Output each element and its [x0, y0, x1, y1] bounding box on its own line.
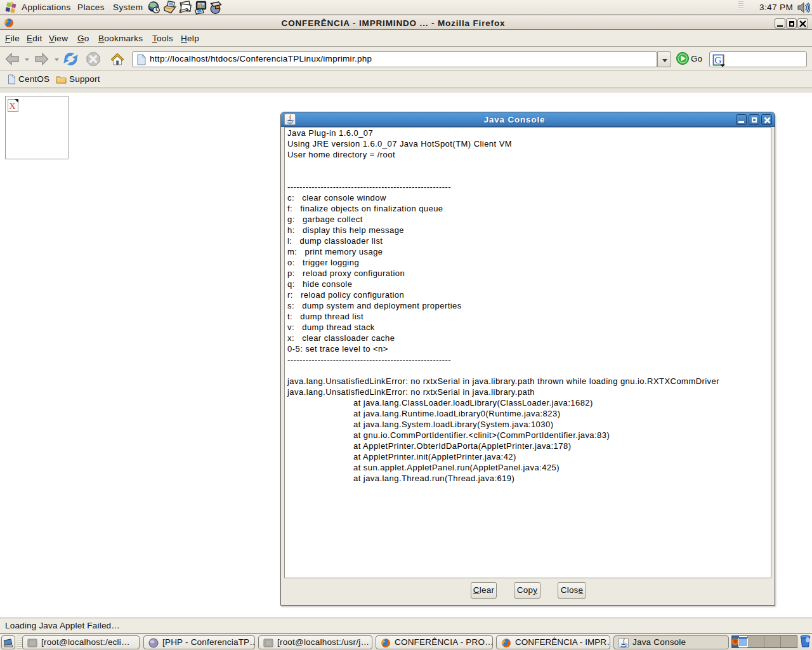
svg-text:X: X: [9, 101, 16, 111]
svg-text:G: G: [714, 55, 721, 65]
